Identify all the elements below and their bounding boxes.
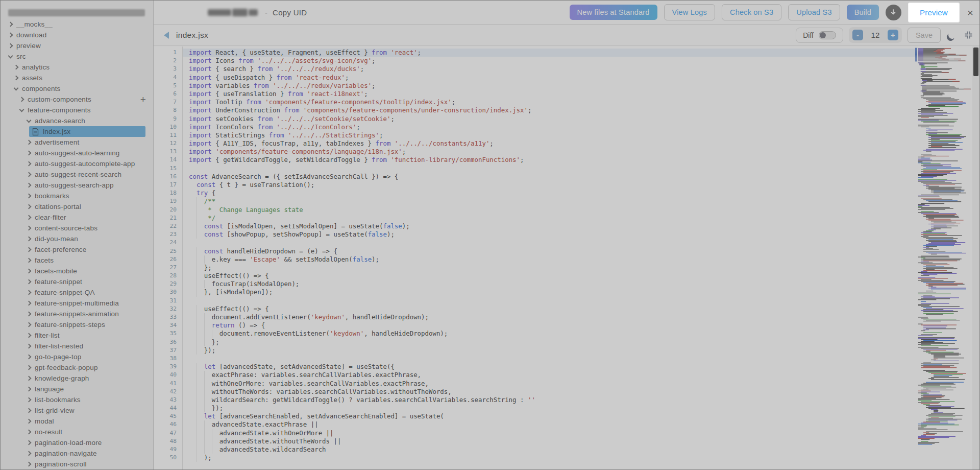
tree-folder-knowledge-graph[interactable]: knowledge-graph [1,373,153,384]
tree-folder-no-result[interactable]: no-result [1,427,153,437]
chevron-right-icon[interactable] [27,333,32,338]
chevron-right-icon[interactable] [27,322,32,327]
chevron-right-icon[interactable] [27,451,32,456]
close-icon[interactable]: × [967,7,973,18]
chevron-right-icon[interactable] [27,408,32,413]
tree-folder-modal[interactable]: modal [1,416,153,427]
chevron-right-icon[interactable] [14,76,19,81]
chevron-down-icon[interactable] [14,85,19,90]
tree-folder-pagination-navigate[interactable]: pagination-navigate [1,448,153,459]
tree-folder-facet-preference[interactable]: facet-preference [1,244,153,255]
tree-folder-facets[interactable]: facets [1,255,153,266]
chevron-right-icon[interactable] [27,215,32,220]
tree-folder-__mocks__[interactable]: __mocks__ [1,19,153,30]
tree-folder-go-to-page-top[interactable]: go-to-page-top [1,351,153,362]
tree-folder-advance-search[interactable]: advance-search [1,115,153,126]
chevron-right-icon[interactable] [27,269,32,274]
check-on-s3-button[interactable]: Check on S3 [722,4,781,20]
chevron-right-icon[interactable] [27,204,32,209]
tree-folder-filter-list[interactable]: filter-list [1,330,153,341]
tree-folder-analytics[interactable]: analytics [1,62,153,73]
tree-folder-feature-snippet-multimedia[interactable]: feature-snippet-multimedia [1,298,153,309]
new-files-at-standard-button[interactable]: New files at Standard [570,5,657,20]
tree-folder-assets[interactable]: assets [1,73,153,83]
chevron-right-icon[interactable] [27,355,32,360]
tree-folder-feature-components[interactable]: feature-components [1,105,153,115]
build-button[interactable]: Build [847,5,879,20]
tree-folder-auto-suggest-search-app[interactable]: auto-suggest-search-app [1,180,153,191]
tree-folder-content-source-tabs[interactable]: content-source-tabs [1,223,153,233]
view-logs-button[interactable]: View Logs [664,4,715,20]
chevron-right-icon[interactable] [27,172,32,177]
chevron-right-icon[interactable] [27,376,32,381]
code-editor[interactable]: 1234567891011121314151617181920212223242… [154,46,979,469]
tree-folder-list-grid-view[interactable]: list-grid-view [1,405,153,416]
chevron-down-icon[interactable] [8,53,13,58]
tree-folder-feature-snippet-QA[interactable]: feature-snippet-QA [1,287,153,298]
tree-folder-language[interactable]: language [1,384,153,394]
chevron-right-icon[interactable] [27,419,32,424]
minimap[interactable] [915,47,972,447]
tree-folder-bookmarks[interactable]: bookmarks [1,191,153,201]
tree-folder-download[interactable]: download [1,30,153,40]
tree-folder-clear-filter[interactable]: clear-filter [1,212,153,223]
diff-toggle[interactable] [819,31,836,39]
tree-folder-preview[interactable]: preview [1,40,153,51]
chevron-right-icon[interactable] [27,440,32,445]
chevron-right-icon[interactable] [27,258,32,263]
tree-folder-feature-snippets-steps[interactable]: feature-snippets-steps [1,319,153,330]
tree-folder-pagination-load-more[interactable]: pagination-load-more [1,437,153,448]
chevron-right-icon[interactable] [27,226,32,231]
chevron-right-icon[interactable] [27,247,32,252]
chevron-right-icon[interactable] [27,312,32,317]
chevron-right-icon[interactable] [27,430,32,435]
tree-folder-did-you-mean[interactable]: did-you-mean [1,233,153,244]
back-arrow-icon[interactable] [164,32,169,39]
tree-folder-list-bookmarks[interactable]: list-bookmarks [1,394,153,405]
tree-folder-src[interactable]: src [1,51,153,62]
scrollbar-thumb[interactable] [973,48,978,76]
tree-folder-auto-suggest-recent-search[interactable]: auto-suggest-recent-search [1,169,153,180]
download-button[interactable] [886,5,901,20]
chevron-right-icon[interactable] [27,387,32,392]
tree-folder-facets-mobile[interactable]: facets-mobile [1,266,153,276]
chevron-right-icon[interactable] [14,65,19,70]
font-size-increase-button[interactable]: + [888,30,898,40]
chevron-right-icon[interactable] [27,365,32,370]
tree-folder-gpt-feedback-popup[interactable]: gpt-feedback-popup [1,362,153,373]
chevron-right-icon[interactable] [27,301,32,306]
chevron-right-icon[interactable] [8,22,13,27]
chevron-right-icon[interactable] [27,344,32,349]
upload-s3-button[interactable]: Upload S3 [788,4,840,20]
chevron-right-icon[interactable] [27,161,32,167]
chevron-right-icon[interactable] [27,183,32,188]
tree-folder-citations-portal[interactable]: citations-portal [1,201,153,212]
plus-icon[interactable]: + [140,97,146,102]
chevron-right-icon[interactable] [27,279,32,285]
tree-folder-feature-snippet[interactable]: feature-snippet [1,276,153,287]
tree-folder-auto-suggest-autocomplete-app[interactable]: auto-suggest-autocomplete-app [1,158,153,169]
tree-folder-pagination-scroll[interactable]: pagination-scroll [1,459,153,469]
preview-button[interactable]: Preview [913,6,955,19]
chevron-right-icon[interactable] [27,462,32,467]
copy-uid-button[interactable]: Copy UID [273,8,307,17]
vertical-scrollbar[interactable] [972,46,979,469]
tree-file-index.jsx[interactable]: index.jsx [29,126,145,137]
moon-icon[interactable] [947,30,957,39]
chevron-right-icon[interactable] [27,194,32,199]
save-button[interactable]: Save [908,28,941,43]
chevron-right-icon[interactable] [27,237,32,242]
chevron-right-icon[interactable] [27,151,32,156]
compress-icon[interactable] [964,30,973,40]
chevron-right-icon[interactable] [8,33,13,38]
font-size-decrease-button[interactable]: - [852,30,863,40]
tree-folder-components[interactable]: components [1,83,153,94]
chevron-down-icon[interactable] [19,107,24,112]
tree-folder-feature-snippets-animation[interactable]: feature-snippets-animation [1,309,153,319]
chevron-right-icon[interactable] [19,97,24,102]
chevron-right-icon[interactable] [27,140,32,145]
chevron-down-icon[interactable] [27,118,32,123]
chevron-right-icon[interactable] [8,43,13,49]
tree-folder-custom-components[interactable]: custom-components+ [1,94,153,105]
tree-folder-advertisement[interactable]: advertisement [1,137,153,148]
